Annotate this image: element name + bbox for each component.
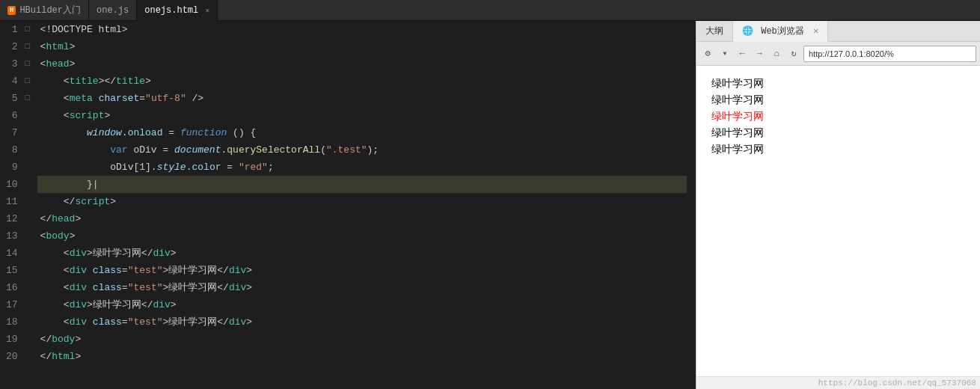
home-button[interactable]: ⌂ <box>769 46 784 61</box>
code-line-9: oDiv[1].style.color = "red"; <box>37 159 687 176</box>
browser-content: 绿叶学习网 绿叶学习网 绿叶学习网 绿叶学习网 绿叶学习网 <box>696 66 980 376</box>
address-bar[interactable] <box>803 46 976 62</box>
code-line-18: <div class="test">绿叶学习网</div> <box>37 313 687 331</box>
editor-area: 12345 678910 1112131415 1617181920 □ □ □… <box>0 21 696 389</box>
code-line-12: </head> <box>37 210 687 227</box>
browser-tab-close-icon[interactable]: ✕ <box>813 26 818 37</box>
tab-onejs-html-label: onejs.html <box>144 5 198 16</box>
tab-close-icon[interactable]: ✕ <box>205 6 209 15</box>
tab-browser-label: Web浏览器 <box>761 26 804 37</box>
watermark: https://blog.csdn.net/qq_5737068 <box>696 376 980 389</box>
tab-onejs-label: one.js <box>97 5 129 16</box>
tab-hbuilder-label: HBuilder入门 <box>19 4 81 16</box>
hbuilder-logo: H <box>7 6 16 15</box>
code-line-10: }| <box>37 176 687 193</box>
code-line-8: var oDiv = document.querySelectorAll(".t… <box>37 141 687 159</box>
home-icon: ⌂ <box>774 49 779 59</box>
tab-outline-label: 大纲 <box>705 26 723 37</box>
tab-web-browser[interactable]: 🌐 Web浏览器 ✕ <box>733 21 828 42</box>
nav-dropdown-button[interactable]: ▼ <box>717 46 732 61</box>
forward-button[interactable]: → <box>752 46 767 61</box>
code-line-5: <meta charset="utf-8" /> <box>37 90 687 107</box>
tab-onejs[interactable]: one.js <box>89 0 137 21</box>
code-line-11: </script> <box>37 193 687 210</box>
code-line-13: <body> <box>37 227 687 245</box>
code-line-7: window.onload = function () { <box>37 124 687 141</box>
fold-indicators: □ □ □ □ □ <box>24 21 37 389</box>
code-line-17: <div>绿叶学习网</div> <box>37 296 687 313</box>
browser-line-2: 绿叶学习网 <box>711 94 965 107</box>
code-container: 12345 678910 1112131415 1617181920 □ □ □… <box>0 21 696 389</box>
code-line-4: <title></title> <box>37 73 687 90</box>
tab-hbuilder[interactable]: H HBuilder入门 <box>0 0 89 21</box>
browser-toolbar: ⚙ ▼ ← → ⌂ ↻ <box>696 42 980 66</box>
refresh-button[interactable]: ↻ <box>786 46 801 61</box>
refresh-icon: ↻ <box>791 48 796 59</box>
tab-bar: H HBuilder入门 one.js onejs.html ✕ <box>0 0 980 21</box>
tab-onejs-html[interactable]: onejs.html ✕ <box>137 0 218 21</box>
line-numbers: 12345 678910 1112131415 1617181920 <box>0 21 24 389</box>
browser-line-4: 绿叶学习网 <box>711 126 965 140</box>
code-line-20: </html> <box>37 348 687 365</box>
code-line-6: <script> <box>37 107 687 124</box>
code-line-1: <!DOCTYPE html> <box>37 21 687 38</box>
code-line-14: <div>绿叶学习网</div> <box>37 245 687 262</box>
back-icon: ← <box>739 49 744 59</box>
globe-icon: 🌐 <box>742 26 753 37</box>
code-line-3: <head> <box>37 55 687 73</box>
chevron-down-icon: ▼ <box>723 50 727 57</box>
forward-icon: → <box>756 49 762 59</box>
code-line-19: </body> <box>37 331 687 348</box>
settings-button[interactable]: ⚙ <box>700 46 715 61</box>
gear-icon: ⚙ <box>705 48 710 59</box>
code-line-16: <div class="test">绿叶学习网</div> <box>37 279 687 296</box>
code-line-15: <div class="test">绿叶学习网</div> <box>37 262 687 279</box>
right-panel: 大纲 🌐 Web浏览器 ✕ ⚙ ▼ ← → ⌂ <box>696 21 980 389</box>
browser-line-1: 绿叶学习网 <box>711 77 965 91</box>
code-line-2: <html> <box>37 38 687 55</box>
browser-line-3: 绿叶学习网 <box>711 110 965 123</box>
browser-line-5: 绿叶学习网 <box>711 143 965 156</box>
main-area: 12345 678910 1112131415 1617181920 □ □ □… <box>0 21 980 389</box>
back-button[interactable]: ← <box>735 46 750 61</box>
right-panel-tabs: 大纲 🌐 Web浏览器 ✕ <box>696 21 980 42</box>
code-lines[interactable]: <!DOCTYPE html> <html> <head> <title></t… <box>37 21 687 389</box>
tab-outline[interactable]: 大纲 <box>696 21 733 42</box>
scrollbar[interactable] <box>687 21 696 389</box>
